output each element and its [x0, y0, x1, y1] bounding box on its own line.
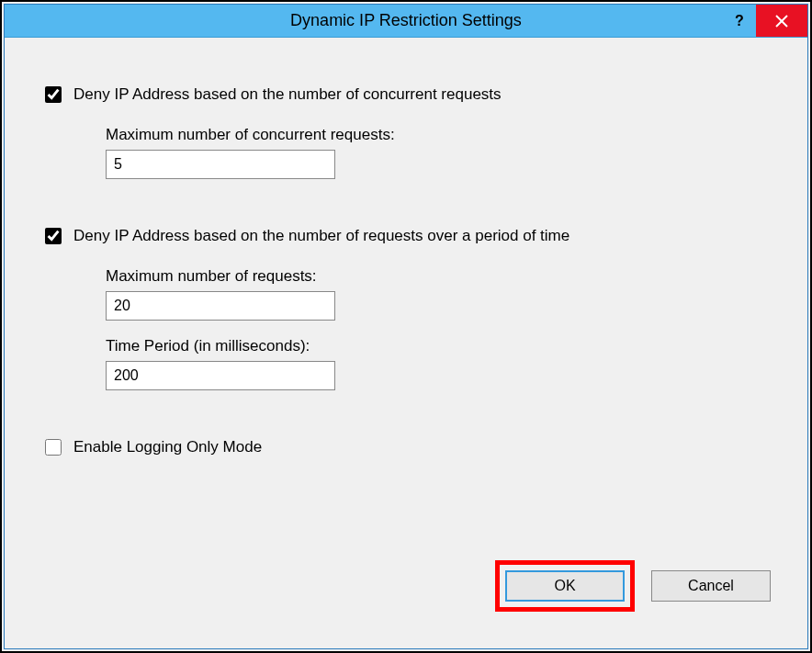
max-requests-input[interactable] [106, 291, 335, 321]
deny-overtime-checkbox[interactable] [45, 228, 62, 244]
max-requests-label: Maximum number of requests: [106, 267, 771, 286]
help-button[interactable]: ? [723, 5, 756, 37]
concurrent-fields: Maximum number of concurrent requests: [106, 117, 771, 179]
inner-frame: Dynamic IP Restriction Settings ? Deny I… [4, 4, 808, 649]
ok-button[interactable]: OK [505, 570, 625, 602]
logging-only-label: Enable Logging Only Mode [73, 438, 262, 456]
help-icon: ? [735, 13, 744, 29]
deny-concurrent-row: Deny IP Address based on the number of c… [41, 84, 771, 106]
dialog-window: Dynamic IP Restriction Settings ? Deny I… [0, 0, 812, 653]
time-period-label: Time Period (in milliseconds): [106, 337, 771, 355]
deny-overtime-row: Deny IP Address based on the number of r… [41, 225, 771, 247]
dialog-buttons: OK Cancel [41, 560, 771, 630]
titlebar-controls: ? [723, 5, 807, 37]
close-icon [775, 15, 788, 28]
deny-concurrent-checkbox[interactable] [45, 86, 62, 103]
cancel-button[interactable]: Cancel [651, 570, 771, 602]
deny-overtime-label: Deny IP Address based on the number of r… [73, 227, 570, 245]
max-concurrent-label: Maximum number of concurrent requests: [106, 126, 771, 144]
logging-only-row: Enable Logging Only Mode [41, 436, 771, 458]
close-button[interactable] [756, 5, 807, 37]
max-concurrent-input[interactable] [106, 150, 335, 179]
window-title: Dynamic IP Restriction Settings [290, 11, 522, 30]
cancel-button-label: Cancel [688, 578, 734, 594]
ok-button-label: OK [554, 578, 575, 594]
deny-concurrent-label: Deny IP Address based on the number of c… [73, 85, 502, 104]
ok-highlight: OK [495, 560, 635, 612]
time-period-input[interactable] [106, 361, 335, 390]
logging-only-checkbox[interactable] [45, 439, 62, 456]
titlebar: Dynamic IP Restriction Settings ? [5, 5, 807, 38]
overtime-fields: Maximum number of requests: Time Period … [106, 258, 771, 390]
dialog-content: Deny IP Address based on the number of c… [5, 38, 807, 648]
